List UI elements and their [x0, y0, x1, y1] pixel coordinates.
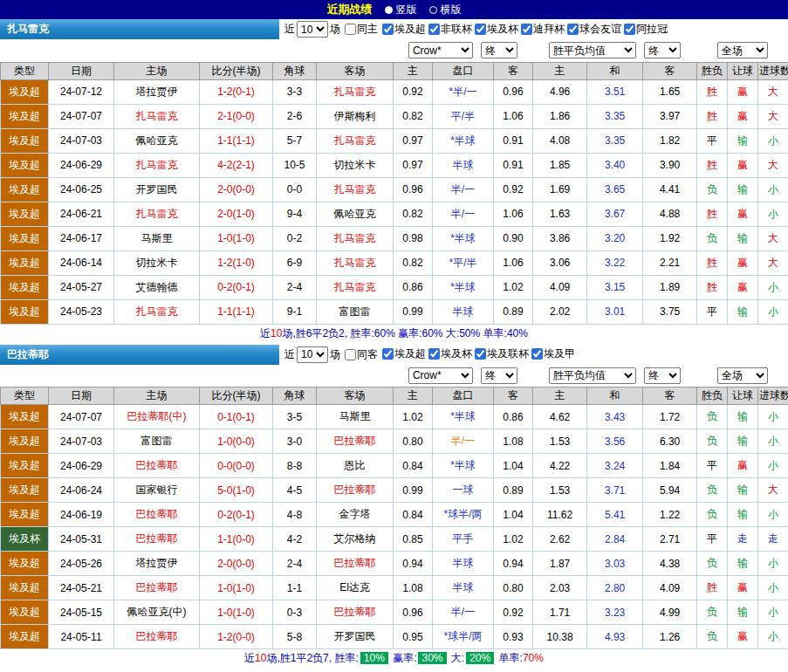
league-filter[interactable]: 迪拜杯 — [521, 22, 565, 37]
home-team-cell[interactable]: 扎马雷克 — [114, 104, 200, 128]
date-cell: 24-05-21 — [49, 576, 114, 600]
handicap-result-cell: 输 — [728, 177, 758, 202]
away-team-cell[interactable]: 巴拉蒂耶 — [317, 552, 394, 576]
date-cell: 24-07-07 — [49, 405, 114, 429]
score-cell: 1-0(1-0) — [200, 226, 273, 250]
odds-average-select[interactable]: 胜平负均值 — [549, 367, 636, 384]
away-team-cell[interactable]: 扎马雷克 — [317, 226, 394, 250]
home-team-cell[interactable]: 切拉米卡 — [114, 250, 200, 275]
league-type-cell: 埃及超 — [1, 552, 49, 576]
away-team-cell[interactable]: 艾尔格纳 — [317, 527, 394, 552]
league-checkbox[interactable] — [382, 24, 394, 35]
away-team-cell[interactable]: 伊斯梅利 — [317, 104, 394, 128]
away-team-cell[interactable]: 扎马雷克 — [317, 275, 394, 299]
home-team-cell[interactable]: 巴拉蒂耶 — [114, 503, 200, 527]
column-header: 类型 — [1, 62, 49, 79]
odds-average-select[interactable]: 胜平负均值 — [549, 42, 636, 58]
league-type-cell: 埃及超 — [1, 275, 49, 299]
handicap-time-select[interactable]: 终 — [481, 42, 517, 58]
same-venue-filter[interactable]: 同主 — [345, 22, 378, 37]
home-team-cell[interactable]: 国家银行 — [114, 478, 200, 503]
away-team-cell[interactable]: 扎马雷克 — [317, 250, 394, 275]
goals-result-cell: 大 — [758, 250, 788, 275]
home-team-cell[interactable]: 扎马雷克 — [114, 299, 200, 324]
away-team-cell[interactable]: 马斯里 — [317, 405, 394, 429]
league-checkbox[interactable] — [475, 24, 486, 35]
away-team-cell[interactable]: 扎马雷克 — [317, 177, 394, 202]
home-team-cell[interactable]: 开罗国民 — [114, 177, 200, 202]
away-team-cell[interactable]: 巴拉蒂耶 — [317, 600, 394, 625]
layout-horizontal-radio[interactable]: 横版 — [429, 3, 462, 17]
away-team-cell[interactable]: 佩哈亚克 — [317, 202, 394, 226]
euro-draw-odds: 3.40 — [587, 153, 643, 177]
league-checkbox[interactable] — [531, 348, 543, 360]
home-team-cell[interactable]: 塔拉贾伊 — [114, 552, 200, 576]
league-filter[interactable]: 埃及联杯 — [475, 346, 529, 361]
layout-vertical-radio[interactable]: 竖版 — [385, 3, 417, 17]
odds-time-select[interactable]: 终 — [644, 367, 681, 384]
scope-select[interactable]: 全场 — [717, 42, 768, 58]
euro-away-odds: 1.22 — [643, 503, 697, 527]
away-team-cell[interactable]: 金字塔 — [317, 503, 394, 527]
bookmaker-select[interactable]: Crow* — [408, 42, 473, 58]
home-team-cell[interactable]: 马斯里 — [114, 226, 200, 250]
league-checkbox[interactable] — [475, 348, 486, 360]
recent-count-select[interactable]: 10 — [297, 21, 328, 38]
handicap-home-odds: 0.96 — [394, 600, 433, 625]
league-checkbox[interactable] — [382, 348, 394, 360]
league-filter[interactable]: 阿拉冠 — [624, 22, 668, 37]
handicap-line: *球半/两 — [433, 503, 494, 527]
home-team-cell[interactable]: 巴拉蒂耶 — [114, 576, 200, 600]
league-checkbox[interactable] — [521, 24, 532, 35]
same-venue-filter[interactable]: 同客 — [345, 347, 378, 362]
away-team-cell[interactable]: 切拉米卡 — [317, 153, 394, 177]
handicap-line: 半/一 — [433, 429, 494, 454]
league-filter[interactable]: 埃及杯 — [428, 346, 472, 361]
league-checkbox[interactable] — [567, 24, 579, 35]
goals-result-cell: 小 — [758, 177, 788, 202]
home-team-cell[interactable]: 佩哈亚克 — [114, 128, 200, 153]
odds-time-select[interactable]: 终 — [644, 42, 681, 58]
away-team-cell[interactable]: 扎马雷克 — [317, 128, 394, 153]
handicap-home-odds: 0.95 — [394, 625, 433, 649]
home-team-cell[interactable]: 艾德翰德 — [114, 275, 200, 299]
away-team-cell[interactable]: El达克 — [317, 576, 394, 600]
same-venue-checkbox[interactable] — [345, 24, 356, 35]
recent-count-select[interactable]: 10 — [297, 346, 328, 363]
away-team-cell[interactable]: 巴拉蒂耶 — [317, 429, 394, 454]
league-checkbox[interactable] — [428, 348, 440, 360]
league-filter[interactable]: 球会友谊 — [567, 22, 621, 37]
league-filter[interactable]: 埃及超 — [382, 22, 426, 37]
away-team-cell[interactable]: 扎马雷克 — [317, 79, 394, 104]
home-team-cell[interactable]: 巴拉蒂耶 — [114, 527, 200, 552]
away-team-cell[interactable]: 巴拉蒂耶 — [317, 478, 394, 503]
home-team-cell[interactable]: 巴拉蒂耶(中) — [114, 405, 200, 429]
home-team-cell[interactable]: 塔拉贾伊 — [114, 79, 200, 104]
handicap-result-cell: 输 — [728, 600, 758, 625]
corner-cell: 9-1 — [273, 299, 317, 324]
handicap-line: 半/一 — [433, 177, 494, 202]
league-filter[interactable]: 埃及杯 — [475, 22, 518, 37]
home-team-cell[interactable]: 巴拉蒂耶 — [114, 625, 200, 649]
handicap-time-select[interactable]: 终 — [481, 367, 517, 384]
home-team-cell[interactable]: 富图雷 — [114, 429, 200, 454]
away-team-cell[interactable]: 富图雷 — [317, 299, 394, 324]
home-team-cell[interactable]: 佩哈亚克(中) — [114, 600, 200, 625]
league-filter[interactable]: 非联杯 — [428, 22, 472, 37]
league-checkbox[interactable] — [624, 24, 635, 35]
away-team-cell[interactable]: 恩比 — [317, 454, 394, 478]
score-cell: 0-0(0-0) — [200, 454, 273, 478]
same-venue-checkbox[interactable] — [345, 349, 356, 360]
scope-select[interactable]: 全场 — [717, 367, 768, 384]
home-team-cell[interactable]: 巴拉蒂耶 — [114, 454, 200, 478]
league-checkbox[interactable] — [428, 24, 440, 35]
bookmaker-select[interactable]: Crow* — [408, 367, 473, 384]
home-team-cell[interactable]: 扎马雷克 — [114, 202, 200, 226]
home-team-cell[interactable]: 扎马雷克 — [114, 153, 200, 177]
league-filter[interactable]: 埃及超 — [382, 346, 426, 361]
euro-home-odds: 4.08 — [533, 128, 587, 153]
away-team-cell[interactable]: 开罗国民 — [317, 625, 394, 649]
league-filter[interactable]: 埃及甲 — [531, 346, 575, 361]
date-cell: 24-06-25 — [49, 177, 114, 202]
column-header: 客 — [494, 387, 533, 405]
